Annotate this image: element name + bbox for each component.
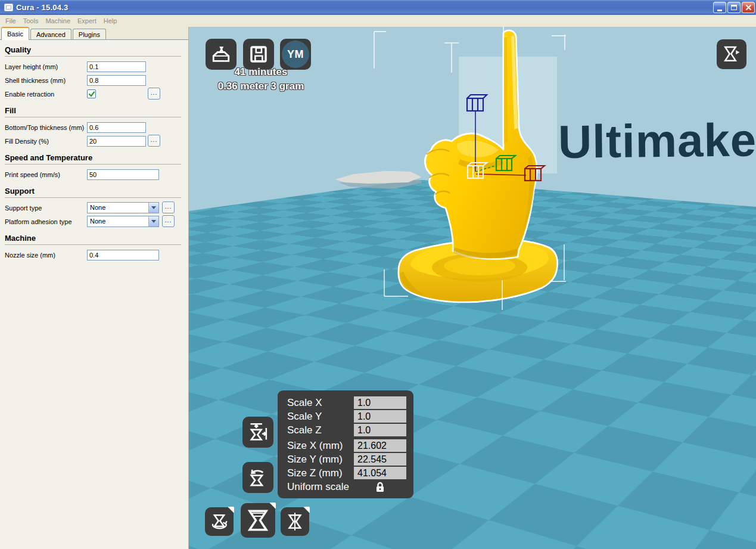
axis-y-handle[interactable] — [496, 156, 515, 170]
scale-to-max-icon — [247, 421, 269, 443]
checkerboard-pattern — [189, 180, 756, 451]
size-z-row: Size Z (mm) — [287, 466, 406, 480]
scale-tool-button[interactable] — [241, 503, 275, 538]
print-speed-input[interactable] — [87, 169, 159, 180]
scale-icon — [245, 508, 270, 533]
close-icon — [745, 4, 752, 11]
tab-basic[interactable]: Basic — [1, 27, 29, 40]
setting-row-fill-density: Fill Density (%) ... — [5, 134, 188, 148]
view-mode-button[interactable] — [717, 39, 746, 69]
center-handle[interactable] — [468, 163, 487, 178]
bottom-top-thickness-input[interactable] — [87, 122, 146, 133]
view-mode-icon — [722, 45, 741, 64]
section-support: Support — [5, 187, 181, 198]
chevron-down-icon — [151, 220, 156, 223]
support-type-select[interactable]: None — [87, 202, 159, 213]
estimate-material: 0.36 meter 3 gram — [192, 79, 329, 94]
scale-y-input[interactable] — [354, 410, 406, 423]
dropdown-button[interactable] — [148, 203, 158, 213]
minimize-button[interactable] — [713, 2, 726, 13]
dropdown-button[interactable] — [148, 216, 158, 227]
size-x-input[interactable] — [354, 439, 406, 452]
lock-icon — [375, 481, 385, 493]
print-estimate: 41 minutes 0.36 meter 3 gram — [192, 65, 329, 94]
scale-z-row: Scale Z — [287, 423, 406, 437]
axis-x-handle[interactable] — [525, 166, 545, 181]
glass-pane — [459, 57, 557, 173]
section-speed-temperature: Speed and Temperature — [5, 153, 181, 165]
tool-expand-indicator — [228, 507, 234, 513]
build-plate-floor — [189, 180, 756, 549]
load-model-icon — [211, 44, 231, 64]
scale-z-input[interactable] — [354, 424, 406, 436]
youmagine-logo: YM — [282, 41, 309, 68]
support-type-more-button[interactable]: ... — [162, 201, 175, 213]
setting-label: Support type — [5, 204, 87, 212]
3d-viewport[interactable]: Ultimaker — [189, 27, 756, 549]
menu-machine[interactable]: Machine — [43, 16, 76, 26]
setting-label: Fill Density (%) — [5, 138, 87, 145]
size-z-input[interactable] — [354, 467, 406, 479]
tab-advanced[interactable]: Advanced — [30, 29, 71, 40]
app-icon — [4, 4, 13, 11]
move-gizmo[interactable] — [467, 95, 545, 181]
shell-thickness-input[interactable] — [87, 75, 146, 86]
scale-x-input[interactable] — [354, 396, 406, 409]
tool-expand-indicator — [303, 507, 310, 513]
close-button[interactable] — [742, 2, 755, 13]
section-fill: Fill — [5, 106, 181, 117]
scale-y-label: Scale Y — [287, 411, 354, 423]
menu-file[interactable]: File — [4, 16, 21, 26]
setting-row-layer-height: Layer height (mm) — [5, 60, 188, 73]
platform-adhesion-select[interactable]: None — [87, 216, 159, 227]
enable-retraction-checkbox[interactable] — [87, 89, 96, 98]
scale-x-label: Scale X — [287, 397, 354, 409]
scale-z-label: Scale Z — [287, 424, 354, 436]
reset-scale-icon — [247, 467, 269, 488]
uniform-scale-label: Uniform scale — [287, 481, 354, 493]
estimate-time: 41 minutes — [192, 65, 329, 79]
menu-help[interactable]: Help — [102, 16, 123, 26]
chevron-down-icon — [151, 206, 156, 209]
rotate-tool-button[interactable] — [205, 507, 234, 536]
uniform-scale-toggle[interactable] — [354, 481, 406, 493]
setting-label: Nozzle size (mm) — [5, 252, 87, 259]
titlebar: Cura - 15.04.3 — [0, 0, 756, 15]
nozzle-size-input[interactable] — [87, 250, 159, 260]
ultimaker-wall-logo: Ultimaker — [558, 113, 756, 169]
setting-label: Print speed (mm/s) — [5, 171, 87, 178]
size-x-label: Size X (mm) — [287, 440, 354, 452]
fill-density-more-button[interactable]: ... — [148, 135, 160, 147]
setting-label: Platform adhesion type — [5, 218, 87, 225]
platform-adhesion-more-button[interactable]: ... — [162, 215, 175, 227]
menu-tools[interactable]: Tools — [21, 16, 44, 26]
scale-to-max-button[interactable] — [242, 417, 273, 448]
size-y-row: Size Y (mm) — [287, 452, 406, 466]
axis-x-line — [476, 174, 526, 175]
maximize-button[interactable] — [727, 2, 741, 13]
tab-strip: Basic Advanced Plugins — [0, 27, 188, 40]
setting-label: Bottom/Top thickness (mm) — [5, 124, 87, 131]
setting-row-enable-retraction: Enable retraction ... — [5, 87, 188, 101]
setting-label: Shell thickness (mm) — [5, 77, 87, 84]
size-y-input[interactable] — [354, 453, 406, 466]
rotate-icon — [210, 512, 229, 531]
axis-z-handle[interactable] — [467, 95, 487, 111]
setting-row-nozzle-size: Nozzle size (mm) — [5, 248, 188, 262]
reset-scale-button[interactable] — [242, 462, 273, 493]
menu-expert[interactable]: Expert — [76, 16, 102, 26]
uniform-scale-row: Uniform scale — [287, 480, 406, 494]
setting-label: Layer height (mm) — [5, 63, 87, 70]
mirror-tool-button[interactable] — [281, 507, 309, 536]
mirror-icon — [285, 512, 304, 531]
fill-density-input[interactable] — [87, 136, 146, 147]
cura-window: Cura - 15.04.3 File Tools Machine Expert… — [0, 0, 756, 549]
tool-expand-indicator — [269, 503, 276, 509]
tab-plugins[interactable]: Plugins — [73, 29, 106, 40]
layer-height-input[interactable] — [87, 61, 146, 72]
maximize-icon — [731, 5, 737, 10]
retraction-more-button[interactable]: ... — [148, 88, 160, 100]
setting-row-platform-adhesion: Platform adhesion type None ... — [5, 215, 188, 228]
setting-row-bottom-top-thickness: Bottom/Top thickness (mm) — [5, 120, 188, 134]
settings-panel: Basic Advanced Plugins Quality Layer hei… — [0, 27, 189, 549]
